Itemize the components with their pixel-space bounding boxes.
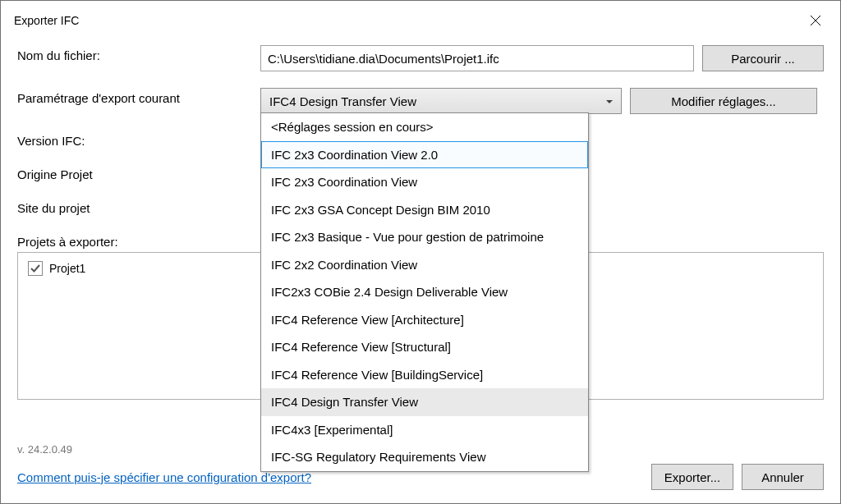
dropdown-option[interactable]: IFC4 Reference View [BuildingService] — [261, 361, 588, 389]
dropdown-option[interactable]: IFC4 Design Transfer View — [261, 388, 588, 416]
dropdown-option[interactable]: IFC 2x3 Coordination View — [261, 168, 588, 196]
titlebar: Exporter IFC — [1, 1, 840, 34]
dropdown-selected-value: IFC4 Design Transfer View — [269, 94, 416, 108]
project-name: Projet1 — [49, 262, 85, 275]
filename-input[interactable] — [260, 45, 694, 71]
projects-to-export-label: Projets à exporter: — [17, 231, 260, 249]
browse-button[interactable]: Parcourir ... — [702, 45, 824, 71]
dropdown-option[interactable]: IFC-SG Regulatory Requirements View — [261, 443, 588, 471]
modify-settings-button[interactable]: Modifier réglages... — [630, 88, 817, 114]
export-button[interactable]: Exporter... — [651, 464, 733, 490]
dropdown-option[interactable]: <Réglages session en cours> — [261, 113, 588, 141]
ifc-version-label: Version IFC: — [17, 131, 260, 148]
help-link[interactable]: Comment puis-je spécifier une configurat… — [17, 470, 311, 484]
cancel-button[interactable]: Annuler — [742, 464, 824, 490]
project-checkbox[interactable] — [28, 261, 43, 276]
dropdown-option[interactable]: IFC 2x2 Coordination View — [261, 251, 588, 279]
export-setup-dropdown-list: <Réglages session en cours>IFC 2x3 Coord… — [260, 112, 589, 472]
project-site-label: Site du projet — [17, 198, 260, 215]
check-icon — [30, 263, 40, 273]
dropdown-option[interactable]: IFC4x3 [Experimental] — [261, 416, 588, 444]
window-title: Exporter IFC — [14, 14, 79, 27]
dropdown-option[interactable]: IFC 2x3 Coordination View 2.0 — [261, 141, 588, 169]
dropdown-option[interactable]: IFC 2x3 GSA Concept Design BIM 2010 — [261, 196, 588, 224]
dropdown-option[interactable]: IFC 2x3 Basique - Vue pour gestion de pa… — [261, 223, 588, 251]
export-setup-dropdown[interactable]: IFC4 Design Transfer View — [260, 88, 622, 114]
current-setup-label: Paramétrage d'export courant — [17, 88, 260, 114]
dropdown-option[interactable]: IFC4 Reference View [Structural] — [261, 333, 588, 361]
close-button[interactable] — [801, 9, 830, 32]
dropdown-option[interactable]: IFC2x3 COBie 2.4 Design Deliverable View — [261, 278, 588, 306]
filename-label: Nom du fichier: — [17, 45, 260, 71]
project-origin-label: Origine Projet — [17, 164, 260, 181]
close-icon — [811, 16, 820, 25]
dropdown-option[interactable]: IFC4 Reference View [Architecture] — [261, 306, 588, 334]
